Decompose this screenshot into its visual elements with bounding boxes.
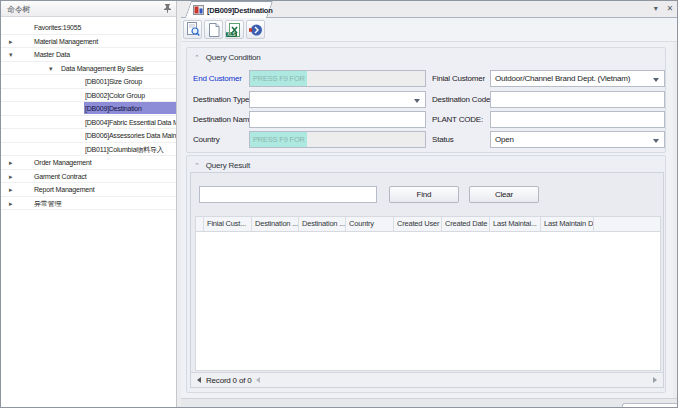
tree-item-db004-fabric-essential[interactable]: [DB004]Fabric Essential Data Maintain <box>1 116 176 130</box>
col-header-created-user[interactable]: Created User <box>394 217 442 231</box>
finial-customer-label: Finial Customer <box>432 70 490 87</box>
form-icon <box>193 5 204 15</box>
command-tree: Favorites:19055 Material Management Mast… <box>1 18 176 407</box>
tab-list-dropdown-icon[interactable]: ▾ <box>654 3 658 15</box>
end-customer-label: End Customer <box>193 70 251 87</box>
document-tab-strip: [DB009]Destination ▾ ✕ <box>181 1 678 18</box>
grid-footer: Record 0 of 0 <box>191 372 663 387</box>
tree-item-db001-size-group[interactable]: [DB001]Size Group <box>1 75 176 89</box>
query-condition-header[interactable]: Query Condition <box>187 48 665 64</box>
record-count: Record 0 of 0 <box>206 376 251 385</box>
sidebar-header: 命令树 <box>1 1 176 17</box>
f9-ghost-text: PRESS F9 FOR SE <box>250 132 307 147</box>
tree-item-garment-contract[interactable]: Garment Contract <box>1 170 176 184</box>
end-customer-field[interactable]: PRESS F9 FOR SE <box>249 70 426 87</box>
scrollbar-right-icon[interactable] <box>653 377 657 383</box>
scrollbar-left-icon[interactable] <box>256 377 260 383</box>
query-result-group: Query Result Find Clear Finial Cust... D… <box>186 155 666 393</box>
finial-customer-dropdown[interactable]: Outdoor/Channel Brand Dept. (Vietnam) <box>490 70 665 87</box>
query-document-button[interactable] <box>183 20 202 39</box>
query-result-panel: Find Clear Finial Cust... Destination ..… <box>190 172 664 388</box>
tree-item-report-management[interactable]: Report Management <box>1 183 176 197</box>
col-header-created-date[interactable]: Created Date <box>442 217 490 231</box>
tab-label: [DB009]Destination <box>207 6 273 15</box>
f9-ghost-text: PRESS F9 FOR SE <box>250 71 307 86</box>
document-panel: Query Condition End Customer PRESS F9 FO… <box>181 42 673 398</box>
col-header-destination-1[interactable]: Destination ... <box>252 217 299 231</box>
country-field[interactable]: PRESS F9 FOR SE <box>249 131 426 148</box>
tree-item-favorites[interactable]: Favorites:19055 <box>1 21 176 35</box>
col-header-finial-customer[interactable]: Finial Cust... <box>204 217 252 231</box>
query-condition-group: Query Condition End Customer PRESS F9 FO… <box>186 47 666 153</box>
destination-name-input[interactable] <box>249 111 426 128</box>
col-header-last-maintain-user[interactable]: Last Maintai... <box>490 217 541 231</box>
tree-item-exception-management[interactable]: 异常管理 <box>1 197 176 211</box>
bottom-strip <box>181 398 678 407</box>
country-label: Country <box>193 131 251 148</box>
destination-code-input[interactable] <box>490 91 665 108</box>
col-header-last-maintain-date[interactable]: Last Maintain D... <box>541 217 594 231</box>
new-document-icon <box>208 23 220 37</box>
collapse-chevron-icon[interactable] <box>194 162 200 170</box>
clear-button[interactable]: Clear <box>469 186 539 203</box>
group-title: Query Condition <box>206 53 261 62</box>
grid-body-empty <box>196 232 660 370</box>
collapse-chevron-icon[interactable] <box>194 54 200 62</box>
plant-code-label: PLANT CODE: <box>432 111 490 128</box>
col-header-country[interactable]: Country <box>346 217 394 231</box>
group-title: Query Result <box>206 161 250 170</box>
sidebar-title: 命令树 <box>7 4 30 15</box>
search-combo[interactable] <box>199 186 377 203</box>
status-label: Status <box>432 131 490 148</box>
scroll-left-icon[interactable] <box>197 377 201 383</box>
destination-type-label: Destination Type <box>193 91 251 108</box>
command-tree-sidebar: 命令树 Favorites:19055 Material Management … <box>1 1 177 407</box>
grid-header-row: Finial Cust... Destination ... Destinati… <box>196 217 660 232</box>
destination-code-label: Destination Code <box>432 91 490 108</box>
find-button[interactable]: Find <box>389 186 459 203</box>
tree-item-data-management-by-sales[interactable]: Data Management By Sales <box>1 62 176 76</box>
pin-icon[interactable] <box>164 4 171 13</box>
destination-name-label: Destination Name <box>193 111 251 128</box>
close-tab-icon[interactable]: ✕ <box>666 3 673 15</box>
plant-code-input[interactable] <box>490 111 665 128</box>
tree-item-db002-color-group[interactable]: [DB002]Color Group <box>1 89 176 103</box>
status-dropdown[interactable]: Open <box>490 131 665 148</box>
tree-item-master-data[interactable]: Master Data <box>1 48 176 62</box>
query-result-header[interactable]: Query Result <box>187 156 665 172</box>
tab-db009-destination[interactable]: [DB009]Destination <box>185 1 267 18</box>
exit-icon <box>249 23 263 37</box>
query-document-icon <box>186 22 200 37</box>
xls-badge: XLS <box>226 32 237 37</box>
row-indicator-header <box>196 217 204 231</box>
tree-item-material-management[interactable]: Material Management <box>1 35 176 49</box>
floating-handle[interactable] <box>622 403 678 408</box>
tree-item-order-management[interactable]: Order Management <box>1 156 176 170</box>
new-document-button[interactable] <box>204 20 223 39</box>
col-header-destination-2[interactable]: Destination ... <box>299 217 346 231</box>
destination-type-dropdown[interactable] <box>249 91 426 108</box>
result-grid: Finial Cust... Destination ... Destinati… <box>195 216 661 371</box>
tree-item-db011-columbia[interactable]: [DB011]Columbia物料导入 <box>1 143 176 157</box>
export-excel-button[interactable]: XLS <box>225 20 244 39</box>
main-area: [DB009]Destination ▾ ✕ <box>181 1 678 407</box>
toolbar: XLS <box>181 18 678 42</box>
tree-item-db006-assessories[interactable]: [DB006]Assessories Data Maintain <box>1 129 176 143</box>
app-window: 命令树 Favorites:19055 Material Management … <box>0 0 678 408</box>
col-header-filler <box>594 217 660 231</box>
tree-item-db009-destination[interactable]: [DB009]Destination <box>1 102 176 116</box>
exit-button[interactable] <box>246 20 265 39</box>
